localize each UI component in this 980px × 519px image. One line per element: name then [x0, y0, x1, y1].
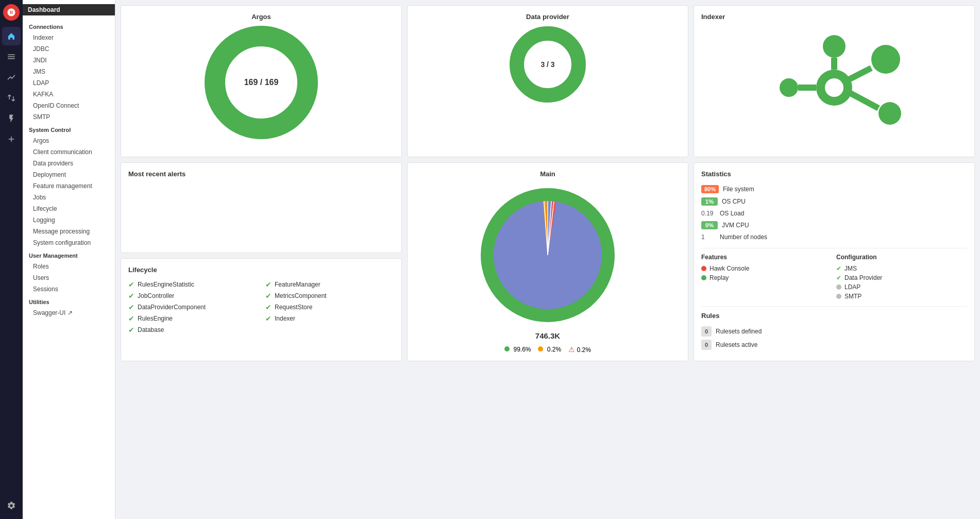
- main-title: Main: [540, 170, 555, 178]
- main-total: 746.3K: [535, 331, 560, 340]
- ldap-status-dot: [836, 284, 841, 290]
- config-jms-label: JMS: [844, 265, 857, 272]
- stat-value-nodes: 1: [701, 233, 716, 241]
- config-title: Configuration: [836, 254, 967, 261]
- alerts-card: Most recent alerts: [121, 162, 402, 253]
- icon-bar: [0, 0, 23, 519]
- lifecycle-left-col: ✔ RulesEngineStatistic ✔ JobController ✔…: [128, 279, 257, 336]
- sidebar-item-feature-mgmt[interactable]: Feature management: [23, 180, 115, 192]
- data-provider-card: Data provider 3 / 3: [407, 5, 688, 157]
- rules-defined-row: 0 Rulesets defined: [701, 325, 967, 338]
- nav-chart-btn[interactable]: [2, 68, 21, 87]
- dp-check-icon: ✔: [836, 274, 841, 281]
- stat-row-jvmcpu: 0% JVM CPU: [701, 219, 967, 231]
- check-icon: ✔: [265, 292, 272, 300]
- sidebar-item-smtp[interactable]: SMTP: [23, 111, 115, 123]
- app-logo[interactable]: [3, 4, 20, 21]
- section-system-control: System Control: [23, 123, 115, 135]
- sidebar-item-jms[interactable]: JMS: [23, 66, 115, 77]
- sidebar-item-lifecycle[interactable]: Lifecycle: [23, 203, 115, 214]
- stat-badge-oscpu: 1%: [701, 197, 718, 206]
- stat-row-osload: 0.19 OS Load: [701, 208, 967, 219]
- right-stats-card: Statistics 80% File system 1% OS CPU 0.1…: [694, 162, 975, 361]
- section-utilities: Utilities: [23, 295, 115, 307]
- config-dataprovider: ✔ Data Provider: [836, 273, 967, 282]
- rules-defined-count: 0: [701, 326, 712, 337]
- svg-point-11: [780, 78, 798, 97]
- check-icon: ✔: [265, 280, 272, 289]
- svg-line-13: [847, 68, 871, 80]
- features-title: Features: [701, 254, 832, 261]
- config-jms: ✔ JMS: [836, 264, 967, 273]
- svg-point-7: [825, 78, 843, 97]
- feature-hawk-label: Hawk Console: [709, 265, 749, 272]
- stat-label-filesystem: File system: [723, 186, 754, 193]
- data-provider-title: Data provider: [526, 13, 569, 21]
- feature-hawk: Hawk Console: [701, 264, 832, 273]
- sidebar-item-msg-processing[interactable]: Message processing: [23, 226, 115, 237]
- sidebar-item-openid[interactable]: OpenID Connect: [23, 100, 115, 111]
- features-config-grid: Features Hawk Console Replay Configurati…: [701, 254, 967, 301]
- argos-donut-label: 169 / 169: [244, 78, 279, 87]
- stat-badge-filesystem: 80%: [701, 185, 719, 193]
- indexer-card: Indexer: [694, 5, 975, 157]
- sidebar-item-users[interactable]: Users: [23, 272, 115, 283]
- config-ldap: LDAP: [836, 282, 967, 292]
- lc-item-indexer: ✔ Indexer: [265, 313, 394, 324]
- legend-orange: 0.2%: [538, 346, 561, 353]
- rules-active-row: 0 Rulesets active: [701, 338, 967, 351]
- sidebar-item-sys-config[interactable]: System configuration: [23, 237, 115, 248]
- stat-label-oscpu: OS CPU: [722, 198, 746, 205]
- stat-label-osload: OS Load: [720, 210, 744, 217]
- sidebar-item-client-comm[interactable]: Client communication: [23, 146, 115, 158]
- section-user-mgmt: User Management: [23, 248, 115, 261]
- indexer-title: Indexer: [701, 13, 967, 21]
- rules-active-count: 0: [701, 340, 712, 350]
- dashboard-grid: Argos 169 / 169 Data provider 3 / 3: [121, 5, 975, 361]
- smtp-status-dot: [836, 294, 841, 299]
- stat-row-nodes: 1 Number of nodes: [701, 231, 967, 243]
- replay-status-dot: [701, 275, 706, 280]
- sidebar-item-jobs[interactable]: Jobs: [23, 192, 115, 203]
- nav-home-btn[interactable]: [2, 27, 21, 45]
- svg-point-9: [871, 45, 900, 74]
- check-icon: ✔: [128, 314, 134, 323]
- rules-title: Rules: [701, 312, 967, 320]
- sidebar-item-ldap[interactable]: LDAP: [23, 77, 115, 89]
- sidebar-item-roles[interactable]: Roles: [23, 261, 115, 272]
- sidebar-title: Dashboard: [23, 4, 115, 15]
- sidebar-item-jdbc[interactable]: JDBC: [23, 43, 115, 55]
- stat-row-filesystem: 80% File system: [701, 183, 967, 195]
- data-provider-donut: 3 / 3: [509, 26, 586, 103]
- nav-settings-btn[interactable]: [2, 496, 21, 515]
- check-icon: ✔: [128, 326, 134, 334]
- nav-flash-btn[interactable]: [2, 109, 21, 128]
- sidebar-item-jndi[interactable]: JNDI: [23, 55, 115, 66]
- alerts-title: Most recent alerts: [128, 170, 394, 178]
- sidebar-item-sessions[interactable]: Sessions: [23, 283, 115, 295]
- stat-badge-jvmcpu: 0%: [701, 221, 718, 229]
- lifecycle-right-col: ✔ FeatureManager ✔ MetricsComponent ✔ Re…: [265, 279, 394, 336]
- nav-plus-btn[interactable]: [2, 130, 21, 148]
- sidebar-item-logging[interactable]: Logging: [23, 214, 115, 226]
- sidebar-item-data-providers[interactable]: Data providers: [23, 158, 115, 169]
- feature-replay: Replay: [701, 273, 832, 282]
- rules-defined-label: Rulesets defined: [716, 328, 762, 335]
- sidebar-item-argos[interactable]: Argos: [23, 135, 115, 146]
- sidebar-item-swagger[interactable]: Swagger-UI ↗: [23, 307, 115, 319]
- config-smtp-label: SMTP: [844, 293, 861, 300]
- svg-line-14: [850, 93, 878, 108]
- sidebar-item-deployment[interactable]: Deployment: [23, 169, 115, 180]
- nav-list-btn[interactable]: [2, 47, 21, 66]
- argos-title: Argos: [251, 13, 271, 21]
- main-content: Argos 169 / 169 Data provider 3 / 3: [115, 0, 980, 519]
- lc-item-request-store: ✔ RequestStore: [265, 302, 394, 313]
- legend-red: ⚠ 0.2%: [568, 345, 591, 354]
- sidebar-item-kafka[interactable]: KAFKA: [23, 89, 115, 100]
- sidebar-item-indexer[interactable]: Indexer: [23, 32, 115, 43]
- stat-label-jvmcpu: JVM CPU: [722, 222, 749, 229]
- nav-transfer-btn[interactable]: [2, 89, 21, 107]
- main-pie-chart: [476, 183, 620, 327]
- config-smtp: SMTP: [836, 292, 967, 301]
- lifecycle-title: Lifecycle: [128, 266, 394, 274]
